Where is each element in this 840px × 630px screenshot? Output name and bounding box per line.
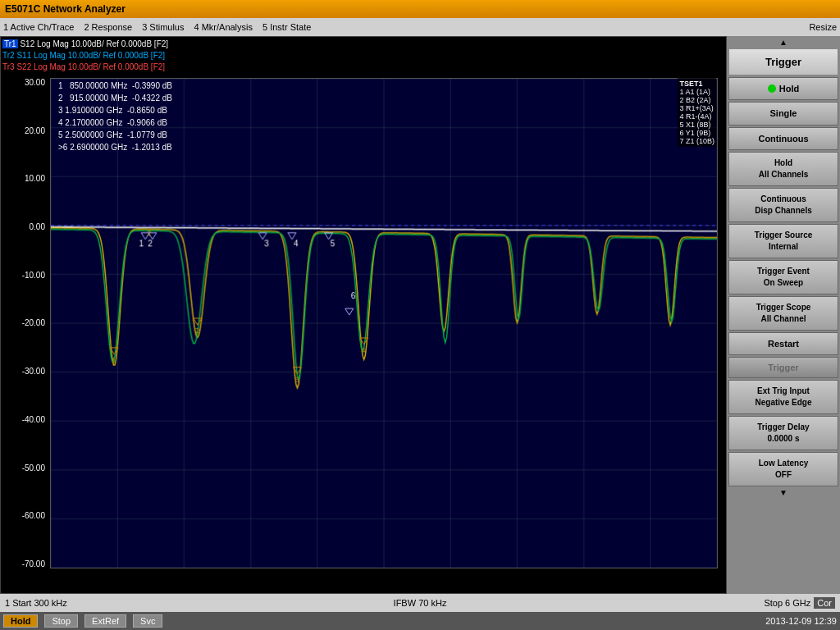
- y-label-neg60: -60.00: [22, 511, 45, 520]
- marker-5: 5 2.5000000 GHz -1.0779 dB: [58, 129, 172, 141]
- continuous-disp-channels-button[interactable]: ContinuousDisp Channels: [728, 188, 838, 222]
- y-label-neg40: -40.00: [22, 415, 45, 424]
- right-panel: ▲ Trigger Hold Single Continuous HoldAll…: [727, 36, 840, 594]
- scroll-up-arrow[interactable]: ▲: [728, 38, 838, 47]
- menu-instr-state[interactable]: 5 Instr State: [262, 22, 311, 32]
- svc-status-btn[interactable]: Svc: [133, 614, 162, 628]
- trace-1-id: Tr1: [2, 39, 18, 48]
- y-label-20: 20.00: [25, 126, 45, 135]
- trace-1-label: Tr1 S12 Log Mag 10.00dB/ Ref 0.000dB [F2…: [2, 39, 168, 50]
- marker-6: >6 2.6900000 GHz -1.2013 dB: [58, 141, 172, 153]
- status-start: 1 Start 300 kHz: [0, 598, 281, 608]
- menu-resize[interactable]: Resize: [809, 22, 837, 32]
- marker-3: 3 1.9100000 GHz -0.8650 dB: [58, 104, 172, 116]
- hold-all-channels-button[interactable]: HoldAll Channels: [728, 152, 838, 186]
- trace-2-label: Tr2 S11 Log Mag 10.00dB/ Ref 0.000dB [F2…: [2, 50, 168, 62]
- marker-table-row-5: 5 X1 (8B): [679, 121, 714, 129]
- marker-1: 1 850.00000 MHz -0.3990 dB: [58, 80, 172, 92]
- trigger-source-button[interactable]: Trigger SourceInternal: [728, 224, 838, 258]
- trigger-delay-button[interactable]: Trigger Delay0.0000 s: [728, 416, 838, 450]
- menu-mkr-analysis[interactable]: 4 Mkr/Analysis: [194, 22, 253, 32]
- restart-button[interactable]: Restart: [728, 332, 838, 355]
- y-label-30: 30.00: [25, 78, 45, 87]
- menu-stimulus[interactable]: 3 Stimulus: [142, 22, 184, 32]
- title-bar: E5071C Network Analyzer: [0, 0, 840, 18]
- app-title: E5071C Network Analyzer: [5, 3, 126, 15]
- y-axis-labels: 30.00 20.00 10.00 0.00 -10.00 -20.00 -30…: [1, 78, 48, 568]
- y-label-neg50: -50.00: [22, 463, 45, 472]
- hold-status-btn[interactable]: Hold: [3, 614, 38, 628]
- trigger-scope-button[interactable]: Trigger ScopeAll Channel: [728, 296, 838, 331]
- marker-table-title: TSET1: [679, 80, 714, 88]
- marker-table-row-2: 2 B2 (2A): [679, 96, 714, 104]
- marker-4: 4 2.1700000 GHz -0.9066 dB: [58, 116, 172, 129]
- y-label-neg30: -30.00: [22, 367, 45, 376]
- ext-trig-input-button[interactable]: Ext Trig InputNegative Edge: [728, 380, 838, 414]
- status-ifbw: IFBW 70 kHz: [281, 598, 558, 608]
- trace-3-label: Tr3 S22 Log Mag 10.00dB/ Ref 0.000dB [F2…: [2, 62, 168, 73]
- extref-status-btn[interactable]: ExtRef: [84, 614, 126, 628]
- y-label-10: 10.00: [25, 174, 45, 183]
- hold-button[interactable]: Hold: [728, 77, 838, 100]
- y-label-neg70: -70.00: [22, 559, 45, 568]
- low-latency-button[interactable]: Low LatencyOFF: [728, 452, 838, 486]
- menu-response[interactable]: 2 Response: [84, 22, 132, 32]
- menu-bar: 1 Active Ch/Trace 2 Response 3 Stimulus …: [0, 18, 840, 36]
- y-label-neg20: -20.00: [22, 318, 45, 327]
- marker-table: TSET1 1 A1 (1A) 2 B2 (2A) 3 R1+(3A) 4 R1…: [678, 78, 716, 147]
- chart-area: Tr1 S12 Log Mag 10.00dB/ Ref 0.000dB [F2…: [0, 36, 727, 594]
- trigger-event-button[interactable]: Trigger EventOn Sweep: [728, 260, 838, 294]
- trigger-button: Trigger: [728, 357, 838, 378]
- hold-indicator-dot: [768, 84, 776, 93]
- y-label-neg10: -10.00: [22, 271, 45, 280]
- marker-readout: 1 850.00000 MHz -0.3990 dB 2 915.00000 M…: [58, 80, 172, 153]
- y-label-0: 0.00: [30, 222, 45, 231]
- status-right: Stop 6 GHz Cor: [559, 597, 840, 609]
- status-stop: Stop 6 GHz: [764, 598, 810, 608]
- marker-table-row-6: 6 Y1 (9B): [679, 129, 714, 137]
- stop-status-btn[interactable]: Stop: [44, 614, 78, 628]
- marker-2: 2 915.00000 MHz -0.4322 dB: [58, 92, 172, 104]
- scroll-down-arrow[interactable]: ▼: [728, 488, 838, 497]
- marker-table-row-7: 7 Z1 (10B): [679, 137, 714, 145]
- menu-active-ch-trace[interactable]: 1 Active Ch/Trace: [3, 22, 74, 32]
- status-cor: Cor: [814, 597, 835, 609]
- marker-table-row-1: 1 A1 (1A): [679, 88, 714, 96]
- status-bar: 1 Start 300 kHz IFBW 70 kHz Stop 6 GHz C…: [0, 594, 840, 612]
- status-bottom: Hold Stop ExtRef Svc 2013-12-09 12:39: [0, 612, 840, 630]
- marker-table-row-4: 4 R1-(4A): [679, 112, 714, 121]
- datetime: 2013-12-09 12:39: [765, 616, 837, 626]
- continuous-button[interactable]: Continuous: [728, 127, 838, 150]
- hold-label: Hold: [779, 83, 799, 94]
- main-content: Tr1 S12 Log Mag 10.00dB/ Ref 0.000dB [F2…: [0, 36, 840, 594]
- trigger-panel-title: Trigger: [728, 48, 838, 75]
- single-button[interactable]: Single: [728, 102, 838, 125]
- marker-table-row-3: 3 R1+(3A): [679, 104, 714, 112]
- trace-info: Tr1 S12 Log Mag 10.00dB/ Ref 0.000dB [F2…: [2, 39, 168, 73]
